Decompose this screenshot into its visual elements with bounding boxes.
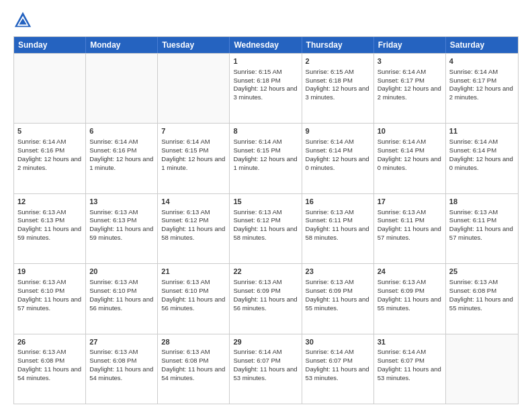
day-info: Sunset: 6:10 PM (17, 287, 82, 295)
day-number: 13 (89, 197, 154, 207)
calendar-cell: 15Sunrise: 6:13 AMSunset: 6:12 PMDayligh… (230, 194, 302, 263)
day-info: Sunset: 6:10 PM (161, 287, 226, 295)
day-info: Sunset: 6:09 PM (306, 287, 370, 295)
calendar-cell: 3Sunrise: 6:14 AMSunset: 6:17 PMDaylight… (374, 54, 446, 123)
logo (13, 11, 35, 30)
day-info: Sunrise: 6:13 AM (306, 278, 370, 287)
day-info: Daylight: 12 hours and 1 minute. (161, 155, 226, 173)
day-info: Daylight: 11 hours and 59 minutes. (89, 225, 154, 242)
day-info: Sunset: 6:18 PM (306, 77, 370, 85)
calendar-cell: 17Sunrise: 6:13 AMSunset: 6:11 PMDayligh… (374, 194, 446, 263)
day-info: Daylight: 11 hours and 56 minutes. (161, 295, 226, 313)
day-info: Daylight: 11 hours and 55 minutes. (378, 295, 442, 313)
day-number: 9 (306, 126, 370, 136)
day-info: Sunrise: 6:14 AM (161, 138, 226, 146)
day-info: Sunrise: 6:13 AM (161, 348, 226, 357)
day-info: Daylight: 11 hours and 56 minutes. (233, 295, 298, 313)
day-info: Sunset: 6:14 PM (449, 146, 515, 155)
calendar-header-day: Wednesday (230, 37, 302, 53)
day-number: 25 (449, 267, 515, 277)
day-info: Sunset: 6:11 PM (306, 216, 370, 225)
calendar-week-4: 19Sunrise: 6:13 AMSunset: 6:10 PMDayligh… (14, 263, 518, 333)
day-info: Sunset: 6:07 PM (378, 357, 442, 365)
calendar-cell: 6Sunrise: 6:14 AMSunset: 6:16 PMDaylight… (86, 124, 158, 193)
calendar-cell: 21Sunrise: 6:13 AMSunset: 6:10 PMDayligh… (158, 264, 230, 333)
calendar-cell: 30Sunrise: 6:14 AMSunset: 6:07 PMDayligh… (302, 334, 374, 404)
day-number: 14 (161, 197, 226, 207)
day-info: Daylight: 11 hours and 58 minutes. (233, 225, 298, 242)
day-info: Sunrise: 6:13 AM (17, 208, 82, 217)
day-info: Daylight: 11 hours and 56 minutes. (89, 295, 154, 313)
day-number: 21 (161, 267, 226, 277)
calendar-cell: 27Sunrise: 6:13 AMSunset: 6:08 PMDayligh… (86, 334, 158, 404)
day-number: 29 (233, 337, 298, 347)
day-info: Sunset: 6:10 PM (89, 287, 154, 295)
day-info: Sunset: 6:18 PM (233, 77, 298, 85)
day-info: Sunset: 6:08 PM (449, 287, 515, 295)
day-info: Sunset: 6:08 PM (89, 357, 154, 365)
day-number: 24 (378, 267, 442, 277)
calendar-cell: 5Sunrise: 6:14 AMSunset: 6:16 PMDaylight… (14, 124, 86, 193)
calendar: SundayMondayTuesdayWednesdayThursdayFrid… (13, 36, 519, 404)
day-info: Sunrise: 6:15 AM (233, 68, 298, 77)
calendar-cell: 18Sunrise: 6:13 AMSunset: 6:11 PMDayligh… (446, 194, 518, 263)
day-info: Sunrise: 6:14 AM (449, 68, 515, 77)
day-info: Sunrise: 6:14 AM (378, 348, 442, 357)
day-info: Daylight: 11 hours and 55 minutes. (449, 295, 515, 313)
day-info: Daylight: 12 hours and 1 minute. (233, 155, 298, 173)
day-info: Daylight: 12 hours and 2 minutes. (378, 85, 442, 102)
day-info: Sunrise: 6:13 AM (306, 208, 370, 217)
day-info: Sunrise: 6:13 AM (89, 278, 154, 287)
day-number: 15 (233, 197, 298, 207)
day-info: Daylight: 11 hours and 55 minutes. (306, 295, 370, 313)
day-info: Sunrise: 6:15 AM (306, 68, 370, 77)
calendar-cell (446, 334, 518, 404)
day-info: Daylight: 11 hours and 57 minutes. (449, 225, 515, 242)
day-info: Daylight: 12 hours and 2 minutes. (449, 85, 515, 102)
day-info: Daylight: 11 hours and 58 minutes. (306, 225, 370, 242)
day-info: Daylight: 12 hours and 3 minutes. (306, 85, 370, 102)
calendar-cell: 31Sunrise: 6:14 AMSunset: 6:07 PMDayligh… (374, 334, 446, 404)
day-info: Sunset: 6:14 PM (306, 146, 370, 155)
day-info: Daylight: 12 hours and 3 minutes. (233, 85, 298, 102)
day-info: Sunset: 6:12 PM (233, 216, 298, 225)
day-info: Sunrise: 6:13 AM (449, 278, 515, 287)
calendar-cell: 23Sunrise: 6:13 AMSunset: 6:09 PMDayligh… (302, 264, 374, 333)
day-info: Sunset: 6:07 PM (233, 357, 298, 365)
day-info: Daylight: 12 hours and 1 minute. (89, 155, 154, 173)
day-info: Daylight: 12 hours and 0 minutes. (449, 155, 515, 173)
day-info: Sunrise: 6:13 AM (161, 278, 226, 287)
day-info: Sunrise: 6:13 AM (89, 348, 154, 357)
day-info: Sunset: 6:13 PM (89, 216, 154, 225)
day-number: 11 (449, 126, 515, 136)
day-number: 19 (17, 267, 82, 277)
calendar-cell: 13Sunrise: 6:13 AMSunset: 6:13 PMDayligh… (86, 194, 158, 263)
calendar-week-3: 12Sunrise: 6:13 AMSunset: 6:13 PMDayligh… (14, 193, 518, 263)
day-number: 23 (306, 267, 370, 277)
day-info: Sunrise: 6:14 AM (17, 138, 82, 146)
day-info: Sunrise: 6:14 AM (233, 348, 298, 357)
day-info: Sunset: 6:17 PM (378, 77, 442, 85)
calendar-cell: 16Sunrise: 6:13 AMSunset: 6:11 PMDayligh… (302, 194, 374, 263)
day-number: 4 (449, 56, 515, 66)
day-info: Sunrise: 6:13 AM (161, 208, 226, 217)
day-info: Sunrise: 6:14 AM (233, 138, 298, 146)
calendar-week-2: 5Sunrise: 6:14 AMSunset: 6:16 PMDaylight… (14, 123, 518, 193)
calendar-body: 1Sunrise: 6:15 AMSunset: 6:18 PMDaylight… (14, 53, 518, 404)
calendar-header-day: Tuesday (158, 37, 230, 53)
calendar-cell: 29Sunrise: 6:14 AMSunset: 6:07 PMDayligh… (230, 334, 302, 404)
calendar-cell: 22Sunrise: 6:13 AMSunset: 6:09 PMDayligh… (230, 264, 302, 333)
day-info: Sunset: 6:11 PM (449, 216, 515, 225)
calendar-cell: 19Sunrise: 6:13 AMSunset: 6:10 PMDayligh… (14, 264, 86, 333)
day-info: Daylight: 12 hours and 2 minutes. (17, 155, 82, 173)
day-info: Daylight: 11 hours and 57 minutes. (378, 225, 442, 242)
day-info: Daylight: 11 hours and 54 minutes. (17, 365, 82, 383)
calendar-header-day: Thursday (302, 37, 374, 53)
day-info: Sunrise: 6:14 AM (449, 138, 515, 146)
calendar-cell: 25Sunrise: 6:13 AMSunset: 6:08 PMDayligh… (446, 264, 518, 333)
calendar-cell: 7Sunrise: 6:14 AMSunset: 6:15 PMDaylight… (158, 124, 230, 193)
day-number: 16 (306, 197, 370, 207)
day-number: 1 (233, 56, 298, 66)
day-info: Daylight: 11 hours and 53 minutes. (306, 365, 370, 383)
day-number: 30 (306, 337, 370, 347)
